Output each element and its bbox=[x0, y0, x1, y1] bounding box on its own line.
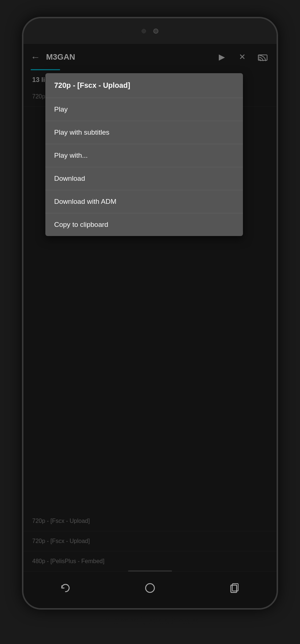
context-play-subtitles-button[interactable]: Play with subtitles bbox=[45, 121, 243, 144]
context-menu-title: 720p - [Fscx - Upload] bbox=[45, 73, 243, 98]
context-play-button[interactable]: Play bbox=[45, 98, 243, 121]
notch-area bbox=[23, 18, 277, 44]
context-copy-clipboard-button[interactable]: Copy to clipboard bbox=[45, 213, 243, 236]
context-menu-overlay[interactable]: 720p - [Fscx - Upload] Play Play with su… bbox=[23, 44, 277, 572]
phone-screen: ← M3GAN ▶ ✕ 13 links 720p - [M bbox=[23, 44, 277, 572]
front-camera bbox=[153, 29, 158, 34]
context-menu: 720p - [Fscx - Upload] Play Play with su… bbox=[45, 73, 243, 236]
context-download-adm-button[interactable]: Download with ADM bbox=[45, 190, 243, 213]
phone-frame: ← M3GAN ▶ ✕ 13 links 720p - [M bbox=[22, 17, 278, 610]
nav-bar bbox=[23, 572, 277, 608]
context-play-with-button[interactable]: Play with... bbox=[45, 144, 243, 167]
volume-button bbox=[277, 128, 278, 157]
nav-recent-button[interactable] bbox=[224, 577, 245, 599]
nav-back-button[interactable] bbox=[55, 577, 76, 599]
nav-home-button[interactable] bbox=[139, 577, 161, 599]
notch bbox=[121, 25, 179, 38]
svg-point-1 bbox=[146, 584, 154, 592]
website-footer: inipremiumapk.com bbox=[100, 615, 200, 627]
context-download-button[interactable]: Download bbox=[45, 167, 243, 190]
speaker bbox=[142, 29, 146, 33]
